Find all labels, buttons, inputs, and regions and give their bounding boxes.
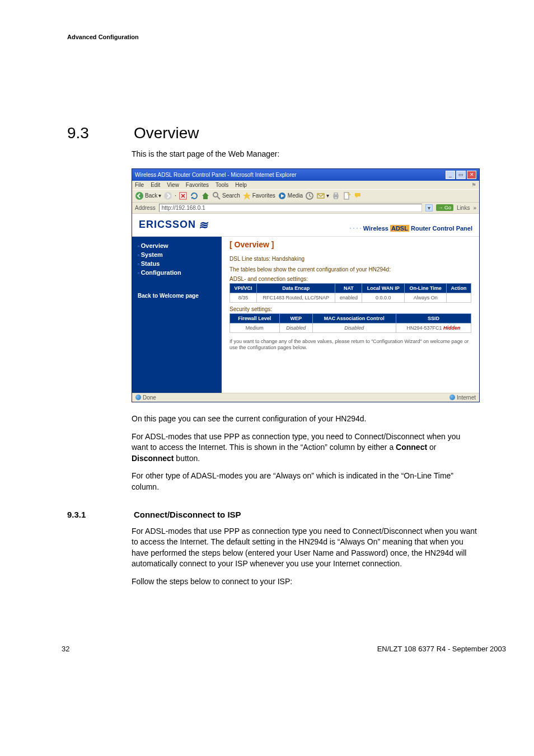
security-row: Medium Disabled Disabled HN294-537FC1 Hi… — [230, 323, 471, 332]
go-button[interactable]: → Go — [436, 204, 454, 211]
edit-icon — [343, 191, 352, 200]
back-button[interactable]: Back ▾ — [135, 191, 161, 200]
menu-file[interactable]: File — [135, 182, 144, 188]
th-ssid: SSID — [396, 313, 471, 323]
th-firewall: Firewall Level — [230, 313, 280, 323]
th-action: Action — [447, 283, 471, 293]
router-main: [ Overview ] DSL Line status: Handshakin… — [222, 237, 479, 393]
home-button[interactable] — [201, 191, 210, 200]
nav-overview[interactable]: Overview — [138, 242, 216, 249]
dsl-line-status: DSL Line status: Handshaking — [229, 256, 471, 262]
section-row: 9.3 Overview — [67, 124, 506, 142]
intro-text: This is the start page of the Web Manage… — [132, 149, 479, 160]
menu-favorites[interactable]: Favorites — [186, 182, 209, 188]
menu-view[interactable]: View — [167, 182, 179, 188]
overview-heading: [ Overview ] — [229, 240, 471, 249]
panel-title: · · · · Wireless ADSL Router Control Pan… — [349, 225, 472, 232]
home-icon — [201, 191, 210, 200]
favorites-button[interactable]: Favorites — [242, 191, 275, 200]
subsection-row: 9.3.1 Connect/Disconnect to ISP — [67, 510, 506, 519]
nav-configuration[interactable]: Configuration — [138, 269, 216, 276]
doc-id: EN/LZT 108 6377 R4 - September 2003 — [377, 645, 506, 653]
links-chevron-icon: » — [473, 205, 476, 211]
th-wep: WEP — [279, 313, 312, 323]
side-nav: Overview System Status Configuration Bac… — [132, 237, 222, 393]
discuss-button[interactable] — [354, 191, 363, 200]
close-button[interactable]: ✕ — [467, 171, 476, 179]
screenshot-panel: Wireless ADSL Router Control Panel - Mic… — [132, 168, 480, 402]
nav-back-welcome[interactable]: Back to Welcome page — [138, 293, 216, 299]
th-localwanip: Local WAN IP — [362, 283, 405, 293]
window-titlebar: Wireless ADSL Router Control Panel - Mic… — [132, 169, 479, 181]
status-right: Internet — [449, 395, 476, 401]
subsection-title: Connect/Disconnect to ISP — [134, 510, 241, 519]
brand-logo: ERICSSON ≋ — [139, 218, 209, 232]
stop-button[interactable] — [179, 191, 188, 200]
tables-caption: The tables below show the current config… — [229, 266, 471, 273]
menu-tools[interactable]: Tools — [216, 182, 228, 188]
history-icon — [305, 191, 314, 200]
status-left: Done — [135, 395, 156, 401]
menu-help[interactable]: Help — [235, 182, 247, 188]
menu-edit[interactable]: Edit — [151, 182, 160, 188]
ie-flag-icon: ⚑ — [471, 182, 476, 188]
section-number: 9.3 — [67, 124, 132, 142]
media-icon — [278, 191, 287, 200]
after-screenshot-p3: For other type of ADASL-modes you are “A… — [132, 471, 479, 492]
svg-rect-10 — [334, 197, 338, 199]
after-screenshot-p2: For ADSL-modes that use PPP as connectio… — [132, 431, 479, 464]
after-screenshot-p1: On this page you can see the current con… — [132, 414, 479, 425]
svg-point-3 — [213, 192, 218, 197]
adsl-settings-table: VPI/VCI Data Encap NAT Local WAN IP On-L… — [229, 283, 471, 303]
subsection-number: 9.3.1 — [67, 510, 132, 519]
forward-button[interactable] — [163, 191, 172, 200]
separator: · — [175, 192, 176, 199]
th-onlinetime: On-Line Time — [405, 283, 447, 293]
search-icon — [212, 191, 221, 200]
refresh-icon — [190, 191, 199, 200]
security-caption: Security settings: — [229, 306, 471, 312]
window-controls: _ ▭ ✕ — [446, 171, 476, 179]
mail-icon — [316, 191, 325, 200]
star-icon — [242, 191, 251, 200]
menubar: File Edit View Favorites Tools Help ⚑ — [132, 181, 479, 189]
search-button[interactable]: Search — [212, 191, 240, 200]
toolbar: Back ▾ · Search Favorites — [132, 189, 479, 203]
print-icon — [331, 191, 340, 200]
edit-doc-button[interactable] — [343, 191, 352, 200]
adsl-row: 8/35 RFC1483 Routed, LLC/SNAP enabled 0.… — [230, 293, 471, 302]
print-button[interactable] — [331, 191, 340, 200]
minimize-button[interactable]: _ — [446, 171, 455, 179]
history-button[interactable] — [305, 191, 314, 200]
svg-point-0 — [135, 192, 143, 200]
media-button[interactable]: Media — [278, 191, 303, 200]
address-dropdown-icon[interactable]: ▾ — [425, 204, 433, 212]
config-note: If you want to change any of the above v… — [229, 339, 471, 351]
brand-bar: ERICSSON ≋ · · · · Wireless ADSL Router … — [132, 214, 479, 236]
nav-system[interactable]: System — [138, 251, 216, 258]
svg-rect-9 — [334, 193, 338, 195]
address-label: Address — [135, 205, 156, 211]
nav-status[interactable]: Status — [138, 260, 216, 267]
status-bar: Done Internet — [132, 393, 479, 402]
back-icon — [135, 191, 144, 200]
subsection-p1: For ADSL-modes that use PPP as connectio… — [132, 526, 479, 570]
discuss-icon — [354, 191, 363, 200]
page-icon — [135, 395, 141, 400]
address-input[interactable]: http://192.168.0.1 — [159, 204, 422, 212]
ericsson-mark-icon: ≋ — [198, 218, 210, 232]
th-dataencap: Data Encap — [257, 283, 335, 293]
subsection-p2: Follow the steps below to connect to you… — [132, 576, 479, 588]
adsl-caption: ADSL- and connection settings: — [229, 276, 471, 282]
th-mac: MAC Association Control — [312, 313, 396, 323]
svg-line-4 — [217, 196, 220, 199]
svg-point-1 — [164, 192, 172, 200]
mail-button[interactable]: ▾ — [316, 191, 329, 200]
links-label[interactable]: Links — [457, 205, 470, 211]
refresh-button[interactable] — [190, 191, 199, 200]
page-header: Advanced Configuration — [67, 34, 506, 40]
security-settings-table: Firewall Level WEP MAC Association Contr… — [229, 313, 471, 333]
th-nat: NAT — [335, 283, 362, 293]
th-vpivci: VPI/VCI — [230, 283, 257, 293]
maximize-button[interactable]: ▭ — [456, 171, 466, 179]
